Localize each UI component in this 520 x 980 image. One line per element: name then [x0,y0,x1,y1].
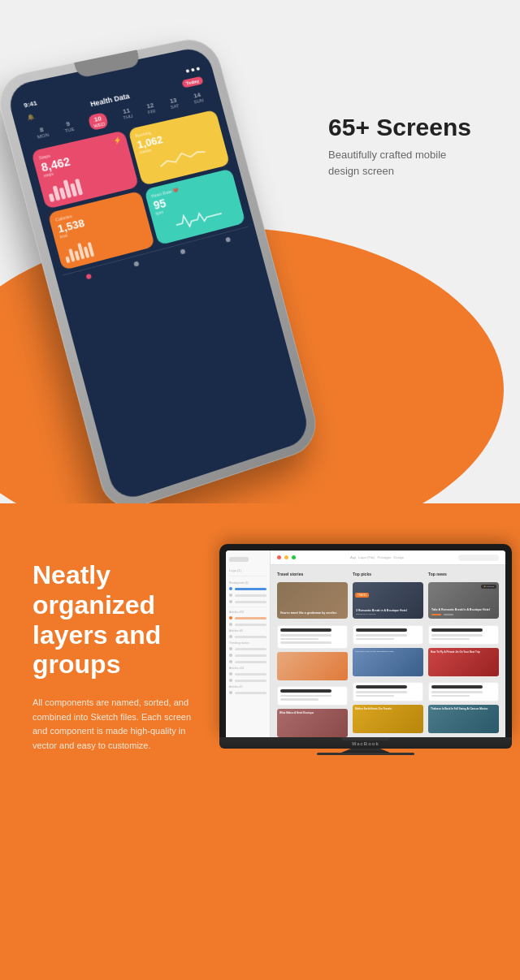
app-sidebar: Logo (1) Breakpoints (3) Articles #52 [226,550,271,737]
laptop-screen-outer: Logo (1) Breakpoints (3) Articles #52 [219,544,512,737]
app-main-content: App Layer (File) Prototype Design [271,550,505,737]
private-jet-label: How To Fly A Private Jet On Your Next Tr… [431,650,496,654]
date-mon: 8MON [35,125,50,143]
laptop-base: MacBook [219,737,512,749]
col1-title: Travel stories [277,572,348,576]
laptop-stand [341,749,390,753]
nav-camera [180,248,185,254]
mother-earth-label: Mother Earth Hosts Our Travels [355,707,421,710]
travel-card-1: How to travel like a gentleman by nmello… [277,582,348,619]
news-small-img-2: Thalasso Is Back In Full Swing At Cancun… [428,705,499,733]
wifi-icon [191,67,195,71]
laptop-mockup-container: Logo (1) Breakpoints (3) Articles #52 [219,544,512,755]
col2-title: Top picks [353,572,423,576]
what-makes-hotel-label: What Makes A Hotel Boutique [280,711,345,714]
date-sun: 14SUN [192,91,205,108]
status-time: 9:41 [23,99,38,109]
picks-author: gentleman by nmelloc [356,613,420,615]
heading-line3: layers and [32,620,161,650]
bottom-section: Neatly organized layers and groups All c… [0,503,520,980]
laptop-screen-inner: Logo (1) Breakpoints (3) Articles #52 [226,550,505,737]
content-col-travel: Travel stories How to travel like a gent… [277,572,348,737]
picks-text-card-2 [353,682,423,702]
screens-annotation: 65+ Screens Beautifully crafted mobile d… [328,114,471,179]
picks-small-img: Low Poker How To Win Tournament Online [353,648,423,676]
news-card-title-1: Take A Romantic Break In A Boutique Hote… [431,608,496,612]
screens-count-title: 65+ Screens [328,114,471,140]
laptop-foot [317,753,414,755]
travel-text-card-2 [277,686,348,706]
date-tue: 9TUE [63,119,76,136]
picks-text-card [353,625,423,645]
toolbar-search-bar [458,555,499,561]
app-ui: Logo (1) Breakpoints (3) Articles #52 [226,550,505,737]
screens-subtitle-line2: design screen [328,165,394,177]
travel-card-title-1: How to travel like a gentleman by nmello… [280,611,344,615]
battery-icon [196,67,200,71]
laptop-mockup: Logo (1) Breakpoints (3) Articles #52 [219,544,512,755]
main-heading: Neatly organized layers and groups [32,560,195,680]
low-poker-label: Low Poker How To Win Tournament Online [355,650,421,653]
travel-small-img-2: What Makes A Hotel Boutique [277,709,348,737]
status-icons [185,67,200,72]
travel-text-card [277,625,348,649]
nav-home [85,274,92,279]
col3-title: Top news [428,572,499,576]
signal-icon [185,69,189,73]
nav-profile [225,237,231,243]
travel-img-1: How to travel like a gentleman by nmello… [277,582,348,619]
content-grid: Travel stories How to travel like a gent… [271,565,505,737]
description-paragraph: All components are named, sorted, and co… [32,696,195,753]
macbook-label: MacBook [352,741,379,746]
toolbar-tabs: App Layer (File) Prototype Design [350,555,404,559]
picks-card-1: TRAVEL 3 Romantic Break in A Boutique Ho… [353,582,423,619]
cancun-label: Thalasso Is Back In Full Swing At Cancun… [431,707,496,710]
content-col-news: Top news ⚡ 4:32 PM Take A Romantic Break… [428,572,499,737]
app-toolbar: App Layer (File) Prototype Design [271,550,505,565]
maximize-btn-icon [292,555,296,559]
heading-line4: groups [32,650,120,679]
left-text-block: Neatly organized layers and groups All c… [32,544,195,753]
picks-small-img-2: Mother Earth Hosts Our Travels [353,705,423,733]
travel-badge: TRAVEL [355,593,369,598]
travel-small-img-1 [277,652,348,680]
date-sat: 13SAT [168,97,180,113]
news-text-card-2 [428,682,499,702]
nav-stats [133,261,139,266]
heading-line1: Neatly [32,560,110,589]
heading-line2: organized [32,590,155,620]
minimize-btn-icon [284,555,288,559]
screens-subtitle: Beautifully crafted mobile design screen [328,147,471,179]
picks-img-1: TRAVEL 3 Romantic Break in A Boutique Ho… [353,582,423,619]
laptop-hinge-notch [341,737,390,740]
date-fri: 12FRI [145,101,157,118]
date-thu: 11THU [120,106,134,123]
news-text-card [428,625,499,645]
content-col-picks: Top picks TRAVEL 3 Romantic B [353,572,423,737]
top-section: 9:41 🔔 Health Data Today [0,0,520,503]
news-img-1: ⚡ 4:32 PM Take A Romantic Break In A Bou… [428,582,499,619]
news-small-img: How To Fly A Private Jet On Your Next Tr… [428,648,499,676]
today-badge: Today [181,76,204,89]
news-time-badge: ⚡ 4:32 PM [481,585,496,589]
screens-subtitle-line1: Beautifully crafted mobile [328,149,446,161]
news-card-1: ⚡ 4:32 PM Take A Romantic Break In A Bou… [428,582,499,619]
bottom-content: Neatly organized layers and groups All c… [0,544,520,755]
phone-header-title: Health Data [89,92,130,108]
close-btn-icon [277,555,281,559]
date-wed-active: 10WED [88,112,109,131]
bell-icon: 🔔 [26,113,35,121]
